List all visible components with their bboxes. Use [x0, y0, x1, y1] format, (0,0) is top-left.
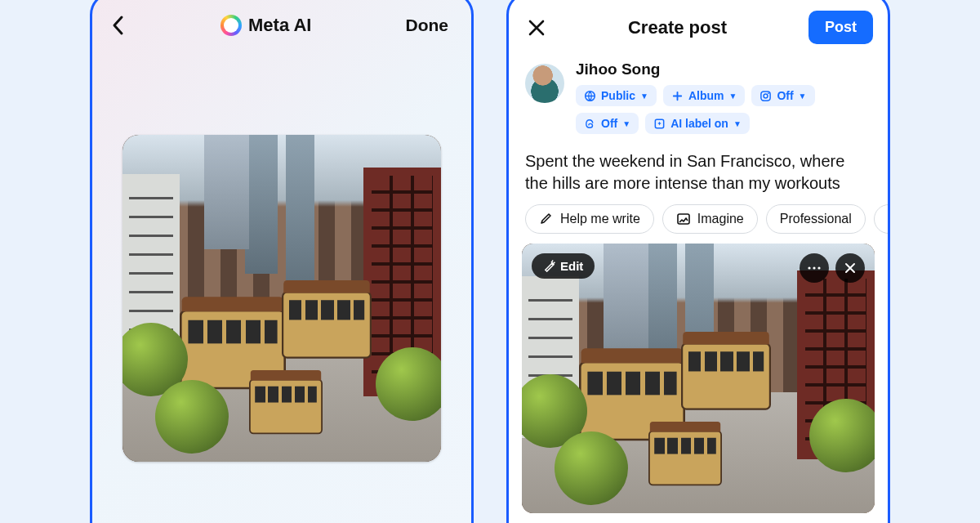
- svg-point-7: [813, 266, 815, 269]
- done-button[interactable]: Done: [405, 16, 448, 35]
- edit-label: Edit: [560, 259, 583, 273]
- svg-point-6: [808, 266, 810, 269]
- chip-label: Imagine: [697, 212, 744, 226]
- ellipsis-icon: [808, 266, 821, 270]
- globe-icon: [584, 90, 596, 102]
- user-name: Jihoo Song: [576, 60, 873, 78]
- chevron-left-icon: [110, 14, 127, 37]
- album-label: Album: [688, 89, 724, 102]
- album-selector[interactable]: Album ▼: [663, 85, 745, 106]
- svg-point-2: [764, 94, 768, 98]
- ai-label-text: AI label on: [670, 117, 728, 130]
- chip-label: Professional: [780, 212, 852, 226]
- remove-image-button[interactable]: [835, 253, 865, 283]
- back-button[interactable]: [110, 14, 127, 37]
- close-icon: [844, 262, 856, 274]
- magic-wand-icon: [543, 260, 555, 272]
- edit-image-button[interactable]: Edit: [532, 253, 595, 279]
- help-me-write-chip[interactable]: Help me write: [525, 204, 654, 234]
- professional-chip[interactable]: Professional: [766, 204, 866, 234]
- audience-label: Public: [601, 89, 635, 102]
- sf-street-scene-image: [522, 244, 875, 513]
- screen-title: Create post: [628, 17, 727, 38]
- instagram-crosspost-toggle[interactable]: Off ▼: [751, 85, 814, 106]
- instagram-icon: [760, 90, 772, 102]
- ai-suggestion-row: Help me write Imagine Professional F: [509, 204, 888, 244]
- avatar[interactable]: [525, 64, 564, 103]
- threads-crosspost-toggle[interactable]: Off ▼: [576, 113, 639, 134]
- svg-rect-5: [678, 214, 689, 224]
- audience-selector[interactable]: Public ▼: [576, 85, 657, 106]
- ai-sparkle-icon: [653, 118, 666, 130]
- threads-icon: [584, 118, 596, 130]
- meta-ai-ring-icon: [220, 15, 242, 36]
- post-button[interactable]: Post: [808, 11, 873, 44]
- close-icon: [527, 18, 546, 38]
- chevron-down-icon: ▼: [640, 92, 648, 101]
- meta-ai-screen: Meta AI Done: [90, 0, 474, 523]
- sf-street-scene-image: [122, 135, 441, 462]
- create-post-screen: Create post Post Jihoo Song Public ▼ Alb…: [506, 0, 890, 523]
- attached-image: Edit: [522, 244, 875, 513]
- screen-title: Meta AI: [220, 15, 311, 36]
- image-sparkle-icon: [676, 212, 691, 226]
- chevron-down-icon: ▼: [733, 119, 742, 128]
- pencil-icon: [539, 212, 554, 226]
- post-caption[interactable]: Spent the weekend in San Francisco, wher…: [509, 142, 888, 204]
- svg-point-8: [817, 266, 820, 269]
- instagram-label: Off: [777, 89, 793, 102]
- threads-label: Off: [601, 117, 617, 130]
- screen-title-text: Meta AI: [248, 15, 311, 36]
- chevron-down-icon: ▼: [799, 92, 807, 101]
- more-chip[interactable]: F: [874, 204, 888, 234]
- close-button[interactable]: [527, 18, 546, 38]
- chevron-down-icon: ▼: [728, 92, 737, 101]
- imagine-chip[interactable]: Imagine: [662, 204, 758, 234]
- ai-label-toggle[interactable]: AI label on ▼: [645, 113, 750, 134]
- image-more-button[interactable]: [800, 253, 829, 283]
- plus-icon: [671, 90, 684, 102]
- chip-label: Help me write: [560, 212, 640, 226]
- chevron-down-icon: ▼: [622, 119, 630, 128]
- svg-point-3: [768, 92, 769, 94]
- generated-image[interactable]: [122, 135, 441, 462]
